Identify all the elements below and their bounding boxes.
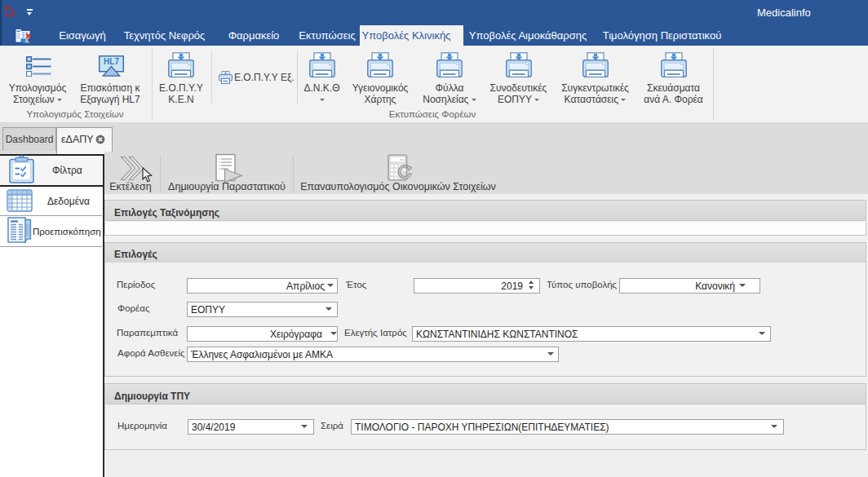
svg-text:HL7: HL7 <box>104 57 119 66</box>
